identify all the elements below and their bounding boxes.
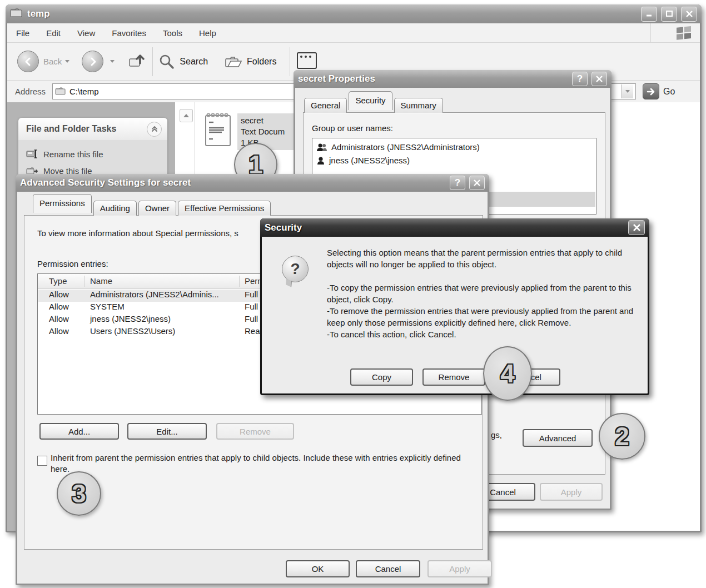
menu-tools[interactable]: Tools <box>163 28 182 38</box>
callout-4: 4 <box>483 346 532 401</box>
dialog-title: secret Properties <box>298 73 375 84</box>
cancel-button[interactable]: Cancel <box>356 560 420 577</box>
tab-summary[interactable]: Summary <box>394 98 443 113</box>
tab-general[interactable]: General <box>304 98 347 113</box>
properties-titlebar[interactable]: secret Properties ? <box>294 70 611 88</box>
up-button[interactable] <box>128 51 147 72</box>
group-user-names-label: Group or user names: <box>312 123 393 133</box>
menu-help[interactable]: Help <box>199 28 216 38</box>
apply-button[interactable]: Apply <box>427 560 492 577</box>
advanced-text-fragment: gs, <box>491 430 502 440</box>
forward-dropdown-icon[interactable] <box>110 60 115 63</box>
advanced-button[interactable]: Advanced <box>523 429 593 447</box>
folder-icon <box>55 87 66 97</box>
screenshot-stage: temp File Edit View Favorites Tools Help <box>0 0 706 588</box>
security-titlebar[interactable]: Security <box>260 218 649 237</box>
message-paragraph: -To copy the permission entries that wer… <box>327 282 639 305</box>
tab-security[interactable]: Security <box>349 91 392 110</box>
permissions-info-text: To view more information about Special p… <box>37 228 238 238</box>
folder-icon <box>10 8 23 20</box>
scroll-up-button[interactable] <box>180 109 193 122</box>
task-rename-this-file[interactable]: Rename this file <box>18 146 167 162</box>
advanced-titlebar[interactable]: Advanced Security Settings for secret ? <box>16 174 489 192</box>
dialog-title: Advanced Security Settings for secret <box>20 177 191 188</box>
message-paragraph: -To remove the permission entries that w… <box>327 305 639 328</box>
menubar: File Edit View Favorites Tools Help <box>7 23 700 43</box>
message-paragraph: -To cancel this action, click Cancel. <box>327 328 639 340</box>
search-button[interactable]: Search <box>158 53 208 70</box>
tab-permissions[interactable]: Permissions <box>33 194 92 213</box>
address-dropdown-button[interactable] <box>622 84 633 98</box>
close-button[interactable] <box>591 72 607 86</box>
back-button[interactable] <box>17 51 39 72</box>
dialog-security-message: Security ? Selecting this option means t… <box>260 218 649 395</box>
close-button[interactable] <box>681 7 697 22</box>
remove-button[interactable]: Remove <box>216 423 294 440</box>
remove-button[interactable]: Remove <box>422 368 485 386</box>
text-document-icon[interactable] <box>202 111 234 150</box>
maximize-button[interactable] <box>661 7 677 22</box>
tab-owner[interactable]: Owner <box>138 201 176 216</box>
group-users-icon <box>316 143 327 152</box>
callout-2: 2 <box>599 413 645 460</box>
file-name[interactable]: secret <box>241 116 263 125</box>
tasks-title: File and Folder Tasks <box>26 124 116 134</box>
user-icon <box>316 156 325 165</box>
window-title: temp <box>27 8 50 19</box>
tab-auditing[interactable]: Auditing <box>93 201 137 216</box>
inherit-checkbox-label[interactable]: Inherit from parent the permission entri… <box>51 452 482 475</box>
back-dropdown-icon[interactable] <box>65 60 69 63</box>
copy-button[interactable]: Copy <box>350 368 413 386</box>
permission-entries-label: Permission entries: <box>37 259 108 268</box>
message-paragraph: Selecting this option means that the par… <box>327 247 639 270</box>
add-button[interactable]: Add... <box>39 423 119 440</box>
dialog-title: Security <box>265 222 302 233</box>
address-value: C:\temp <box>69 87 99 96</box>
help-button[interactable]: ? <box>450 176 465 190</box>
apply-button[interactable]: Apply <box>540 483 603 501</box>
menu-view[interactable]: View <box>77 28 95 38</box>
task-label: Rename this file <box>43 150 103 159</box>
tab-effective-permissions[interactable]: Effective Permissions <box>178 201 271 216</box>
views-button[interactable] <box>297 52 318 71</box>
callout-3: 3 <box>57 471 101 516</box>
list-item[interactable]: jness (JNESS2\jness) <box>313 154 595 167</box>
search-label: Search <box>180 57 208 67</box>
close-button[interactable] <box>628 220 645 235</box>
forward-button[interactable] <box>82 51 103 72</box>
list-item[interactable]: Administrators (JNESS2\Administrators) <box>313 141 595 153</box>
minimize-button[interactable] <box>641 7 657 22</box>
edit-button[interactable]: Edit... <box>127 423 207 440</box>
back-label: Back <box>43 57 62 66</box>
menu-edit[interactable]: Edit <box>46 28 61 38</box>
close-button[interactable] <box>469 176 485 190</box>
address-label: Address <box>15 87 46 96</box>
folders-label: Folders <box>247 57 276 67</box>
folders-button[interactable]: Folders <box>225 54 276 69</box>
windows-logo-icon <box>675 24 692 42</box>
help-button[interactable]: ? <box>572 72 588 86</box>
list-item-label: jness (JNESS2\jness) <box>329 156 410 165</box>
list-item-label: Administrators (JNESS2\Administrators) <box>331 142 480 152</box>
security-message-text: Selecting this option means that the par… <box>327 247 639 340</box>
go-label: Go <box>663 87 675 97</box>
column-name[interactable]: Name <box>90 276 112 286</box>
menu-file[interactable]: File <box>16 28 29 38</box>
menu-favorites[interactable]: Favorites <box>112 28 146 38</box>
question-icon: ? <box>282 256 309 282</box>
inherit-checkbox[interactable] <box>37 456 47 466</box>
ok-button[interactable]: OK <box>286 560 350 577</box>
column-type[interactable]: Type <box>49 276 67 286</box>
go-button[interactable]: Go <box>643 83 675 99</box>
collapse-chevron-icon[interactable] <box>147 122 162 137</box>
explorer-titlebar[interactable]: temp <box>6 4 702 23</box>
file-type: Text Docum <box>241 127 285 136</box>
